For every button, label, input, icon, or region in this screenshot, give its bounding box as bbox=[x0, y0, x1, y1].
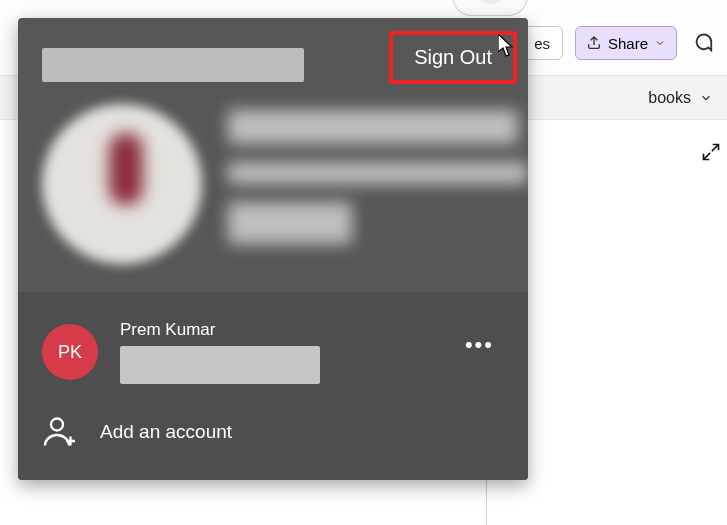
svg-line-0 bbox=[712, 145, 719, 152]
secondary-dropdown-label: books bbox=[648, 89, 691, 107]
redacted-other-email bbox=[120, 346, 320, 384]
primary-account-texts bbox=[228, 104, 528, 264]
redacted-header-text bbox=[42, 48, 304, 82]
primary-account-avatar bbox=[42, 104, 202, 264]
comments-button[interactable] bbox=[689, 29, 717, 57]
secondary-dropdown[interactable]: books bbox=[648, 89, 713, 107]
sign-out-button[interactable]: Sign Out bbox=[392, 34, 514, 81]
account-popup: Sign Out PK Prem Kumar ••• bbox=[18, 18, 528, 480]
other-account-avatar: PK bbox=[42, 324, 98, 380]
share-label: Share bbox=[608, 35, 648, 52]
share-icon bbox=[586, 35, 602, 51]
expand-icon bbox=[701, 142, 721, 162]
other-account-name: Prem Kumar bbox=[120, 320, 320, 340]
avatar-circle bbox=[475, 0, 507, 4]
expand-button[interactable] bbox=[701, 142, 721, 166]
share-button[interactable]: Share bbox=[575, 26, 677, 60]
svg-point-2 bbox=[51, 419, 63, 431]
redacted-primary-badge bbox=[228, 202, 352, 244]
account-popup-upper: Sign Out bbox=[18, 18, 528, 292]
other-account-row[interactable]: PK Prem Kumar ••• bbox=[42, 310, 504, 394]
primary-account-row bbox=[42, 104, 504, 264]
other-account-menu[interactable]: ••• bbox=[465, 332, 494, 358]
person-add-icon bbox=[42, 414, 78, 450]
svg-marker-5 bbox=[498, 34, 512, 56]
add-account-button[interactable]: Add an account bbox=[42, 394, 504, 450]
current-user-avatar-fragment[interactable] bbox=[452, 0, 528, 16]
toolbar-right: es Share bbox=[521, 26, 717, 60]
account-popup-lower: PK Prem Kumar ••• Add an account bbox=[18, 292, 528, 480]
add-account-label: Add an account bbox=[100, 421, 232, 443]
chevron-down-icon bbox=[699, 91, 713, 105]
other-account-texts: Prem Kumar bbox=[120, 320, 320, 384]
redacted-primary-name bbox=[228, 110, 518, 144]
svg-line-1 bbox=[704, 153, 711, 160]
chevron-down-icon bbox=[654, 37, 666, 49]
comment-icon bbox=[692, 32, 714, 54]
redacted-primary-email bbox=[228, 162, 528, 184]
